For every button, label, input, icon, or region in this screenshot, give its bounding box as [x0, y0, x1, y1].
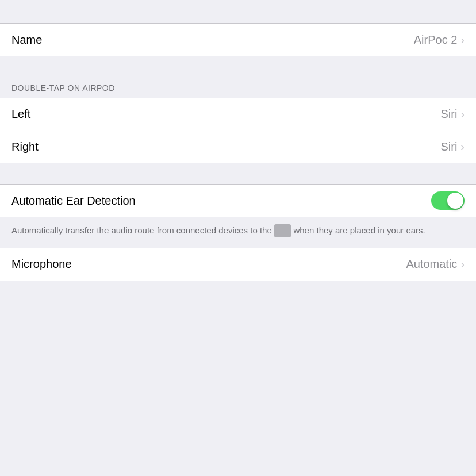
- description-part1: Automatically transfer the audio route f…: [11, 225, 272, 235]
- microphone-value-container: Automatic ›: [406, 258, 465, 271]
- right-row[interactable]: Right Siri ›: [0, 130, 476, 163]
- microphone-chevron-icon: ›: [460, 258, 465, 271]
- spacer-1: [0, 56, 476, 77]
- spacer-2: [0, 163, 476, 184]
- left-row[interactable]: Left Siri ›: [0, 98, 476, 130]
- ear-detection-description-block: Automatically transfer the audio route f…: [0, 217, 476, 247]
- right-value-container: Siri ›: [440, 140, 465, 153]
- ear-detection-label: Automatic Ear Detection: [11, 194, 136, 208]
- left-value-container: Siri ›: [440, 108, 465, 121]
- microphone-row[interactable]: Microphone Automatic ›: [0, 248, 476, 281]
- name-section-group: Name AirPoc 2 ›: [0, 23, 476, 56]
- double-tap-header: DOUBLE-TAP ON AIRPOD: [11, 83, 115, 93]
- name-value-container: AirPoc 2 ›: [414, 33, 465, 47]
- ear-detection-section-group: Automatic Ear Detection: [0, 184, 476, 217]
- ear-detection-description: Automatically transfer the audio route f…: [11, 224, 465, 237]
- right-label: Right: [11, 140, 39, 153]
- description-blurred-word: [274, 224, 291, 237]
- left-chevron-icon: ›: [460, 108, 465, 121]
- microphone-label: Microphone: [11, 258, 72, 271]
- settings-page: Name AirPoc 2 › DOUBLE-TAP ON AIRPOD Lef…: [0, 0, 476, 476]
- double-tap-header-container: DOUBLE-TAP ON AIRPOD: [0, 77, 476, 98]
- right-value-text: Siri: [440, 140, 457, 153]
- toggle-thumb: [447, 193, 463, 209]
- name-chevron-icon: ›: [460, 33, 465, 47]
- name-value-text: AirPoc 2: [414, 33, 458, 47]
- left-value-text: Siri: [440, 108, 457, 121]
- right-chevron-icon: ›: [460, 140, 465, 153]
- ear-detection-toggle[interactable]: [431, 191, 465, 210]
- description-part2: when they are placed in your ears.: [293, 225, 425, 235]
- microphone-value-text: Automatic: [406, 258, 457, 271]
- ear-detection-row[interactable]: Automatic Ear Detection: [0, 185, 476, 217]
- name-label: Name: [11, 33, 42, 47]
- microphone-section-group: Microphone Automatic ›: [0, 248, 476, 281]
- double-tap-section-group: Left Siri › Right Siri ›: [0, 98, 476, 163]
- top-spacer: [0, 0, 476, 23]
- name-row[interactable]: Name AirPoc 2 ›: [0, 24, 476, 56]
- left-label: Left: [11, 108, 30, 121]
